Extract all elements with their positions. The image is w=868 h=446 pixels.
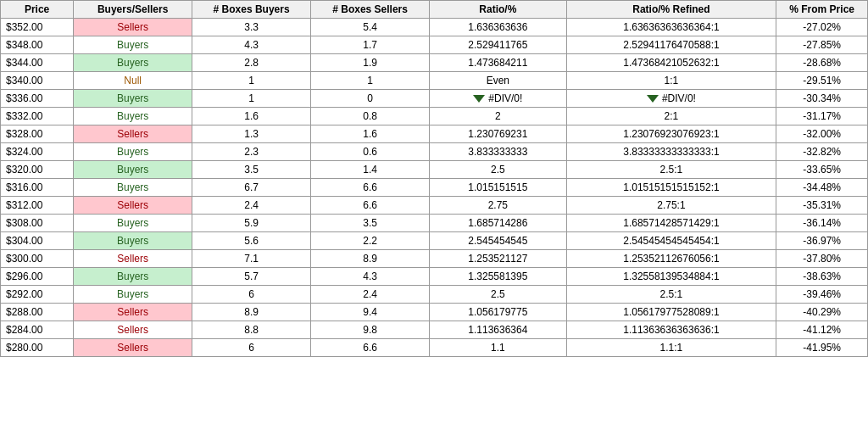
box-sellers-cell: 8.9 (311, 250, 430, 268)
ratio-cell: Even (430, 72, 567, 90)
from-price-cell: -39.46% (776, 286, 868, 304)
ratio-refined-cell: 1.1:1 (566, 339, 776, 357)
col-header-4: Ratio/% (430, 1, 567, 19)
from-price-cell: -36.14% (776, 215, 868, 232)
box-buyers-cell: 1 (192, 90, 311, 108)
from-price-cell: -38.63% (776, 268, 868, 286)
from-price-cell: -29.51% (776, 72, 868, 90)
buyers-sellers-cell: Buyers (74, 54, 192, 72)
table-row: $300.00Sellers7.18.91.2535211271.2535211… (1, 250, 868, 268)
ratio-refined-cell: 1.11363636363636:1 (566, 321, 776, 339)
box-buyers-cell: 6 (192, 286, 311, 304)
from-price-cell: -41.95% (776, 339, 868, 357)
table-row: $336.00Buyers10#DIV/0!#DIV/0!-30.34% (1, 90, 868, 108)
ratio-cell: 1.015151515 (430, 179, 567, 197)
col-header-6: % From Price (776, 1, 868, 19)
price-cell: $348.00 (1, 36, 74, 54)
col-header-5: Ratio/% Refined (566, 1, 776, 19)
price-cell: $312.00 (1, 197, 74, 215)
col-header-1: Buyers/Sellers (74, 1, 192, 19)
price-cell: $336.00 (1, 90, 74, 108)
ratio-refined-cell: 2.54545454545454:1 (566, 232, 776, 250)
ratio-cell: 1.253521127 (430, 250, 567, 268)
buyers-sellers-cell: Sellers (74, 197, 192, 215)
ratio-cell: 1.325581395 (430, 268, 567, 286)
ratio-refined-cell: 2.5:1 (566, 286, 776, 304)
from-price-cell: -27.85% (776, 36, 868, 54)
price-cell: $308.00 (1, 215, 74, 232)
ratio-cell: 1.473684211 (430, 54, 567, 72)
box-buyers-cell: 2.4 (192, 197, 311, 215)
box-sellers-cell: 2.2 (311, 232, 430, 250)
buyers-sellers-cell: Buyers (74, 161, 192, 179)
box-sellers-cell: 6.6 (311, 197, 430, 215)
table-row: $316.00Buyers6.76.61.0151515151.01515151… (1, 179, 868, 197)
ratio-cell: 2.5 (430, 286, 567, 304)
from-price-cell: -28.68% (776, 54, 868, 72)
buyers-sellers-cell: Sellers (74, 19, 192, 36)
ratio-cell: 1.685714286 (430, 215, 567, 232)
main-table: PriceBuyers/Sellers# Boxes Buyers# Boxes… (0, 0, 868, 357)
box-sellers-cell: 1.6 (311, 125, 430, 143)
price-cell: $324.00 (1, 143, 74, 161)
from-price-cell: -27.02% (776, 19, 868, 36)
buyers-sellers-cell: Sellers (74, 125, 192, 143)
price-cell: $304.00 (1, 232, 74, 250)
buyers-sellers-cell: Buyers (74, 143, 192, 161)
box-sellers-cell: 9.4 (311, 304, 430, 321)
box-buyers-cell: 2.8 (192, 54, 311, 72)
ratio-cell: 3.833333333 (430, 143, 567, 161)
box-buyers-cell: 8.8 (192, 321, 311, 339)
ratio-cell: 2.5 (430, 161, 567, 179)
ratio-cell: 1.636363636 (430, 19, 567, 36)
from-price-cell: -40.29% (776, 304, 868, 321)
table-row: $332.00Buyers1.60.822:1-31.17% (1, 108, 868, 125)
price-cell: $296.00 (1, 268, 74, 286)
from-price-cell: -37.80% (776, 250, 868, 268)
table-row: $340.00Null11Even1:1-29.51% (1, 72, 868, 90)
table-row: $308.00Buyers5.93.51.6857142861.68571428… (1, 215, 868, 232)
ratio-cell: 2.75 (430, 197, 567, 215)
buyers-sellers-cell: Sellers (74, 321, 192, 339)
ratio-refined-cell: 1.32558139534884:1 (566, 268, 776, 286)
ratio-cell: 1.1 (430, 339, 567, 357)
box-buyers-cell: 5.7 (192, 268, 311, 286)
price-cell: $280.00 (1, 339, 74, 357)
price-cell: $328.00 (1, 125, 74, 143)
box-sellers-cell: 0.8 (311, 108, 430, 125)
from-price-cell: -32.00% (776, 125, 868, 143)
from-price-cell: -32.82% (776, 143, 868, 161)
price-cell: $292.00 (1, 286, 74, 304)
box-sellers-cell: 9.8 (311, 321, 430, 339)
box-sellers-cell: 0 (311, 90, 430, 108)
from-price-cell: -34.48% (776, 179, 868, 197)
box-buyers-cell: 6 (192, 339, 311, 357)
ratio-refined-cell: 1:1 (566, 72, 776, 90)
box-sellers-cell: 5.4 (311, 19, 430, 36)
from-price-cell: -41.12% (776, 321, 868, 339)
table-row: $320.00Buyers3.51.42.52.5:1-33.65% (1, 161, 868, 179)
col-header-3: # Boxes Sellers (311, 1, 430, 19)
table-row: $352.00Sellers3.35.41.6363636361.6363636… (1, 19, 868, 36)
ratio-refined-cell: 1.05617977528089:1 (566, 304, 776, 321)
price-cell: $300.00 (1, 250, 74, 268)
table-row: $288.00Sellers8.99.41.0561797751.0561797… (1, 304, 868, 321)
price-cell: $332.00 (1, 108, 74, 125)
box-sellers-cell: 0.6 (311, 143, 430, 161)
ratio-cell: 2 (430, 108, 567, 125)
box-sellers-cell: 6.6 (311, 339, 430, 357)
table-row: $280.00Sellers66.61.11.1:1-41.95% (1, 339, 868, 357)
ratio-refined-cell: 2.5:1 (566, 161, 776, 179)
ratio-refined-cell: 3.83333333333333:1 (566, 143, 776, 161)
buyers-sellers-cell: Buyers (74, 179, 192, 197)
ratio-refined-cell: 1.01515151515152:1 (566, 179, 776, 197)
ratio-cell: 2.545454545 (430, 232, 567, 250)
table-row: $344.00Buyers2.81.91.4736842111.47368421… (1, 54, 868, 72)
buyers-sellers-cell: Buyers (74, 268, 192, 286)
buyers-sellers-cell: Buyers (74, 232, 192, 250)
ratio-refined-cell: 1.25352112676056:1 (566, 250, 776, 268)
buyers-sellers-cell: Buyers (74, 215, 192, 232)
from-price-cell: -33.65% (776, 161, 868, 179)
ratio-refined-cell: #DIV/0! (566, 90, 776, 108)
buyers-sellers-cell: Sellers (74, 304, 192, 321)
